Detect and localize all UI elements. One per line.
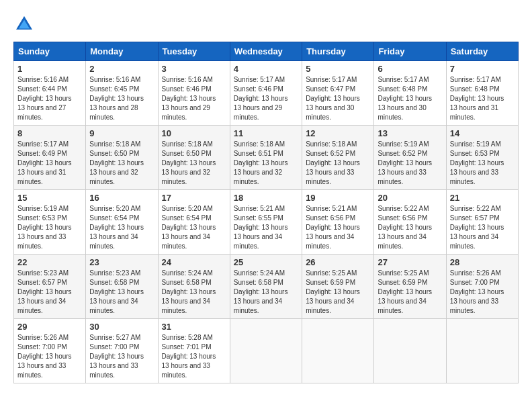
day-info: Sunrise: 5:28 AMSunset: 7:01 PMDaylight:… (162, 333, 226, 380)
calendar-cell: 6Sunrise: 5:17 AMSunset: 6:48 PMDaylight… (374, 61, 446, 126)
day-info: Sunrise: 5:22 AMSunset: 6:56 PMDaylight:… (378, 204, 442, 251)
calendar-cell: 17Sunrise: 5:20 AMSunset: 6:54 PMDayligh… (158, 190, 230, 255)
day-info: Sunrise: 5:25 AMSunset: 6:59 PMDaylight:… (378, 269, 442, 316)
calendar-cell: 30Sunrise: 5:27 AMSunset: 7:00 PMDayligh… (86, 319, 158, 383)
calendar-header-friday: Friday (374, 42, 446, 61)
day-number: 21 (450, 193, 515, 203)
day-info: Sunrise: 5:19 AMSunset: 6:53 PMDaylight:… (17, 204, 82, 251)
page-header (13, 13, 519, 35)
calendar-week-5: 29Sunrise: 5:26 AMSunset: 7:00 PMDayligh… (14, 319, 519, 383)
calendar-cell: 19Sunrise: 5:21 AMSunset: 6:56 PMDayligh… (302, 190, 374, 255)
day-info: Sunrise: 5:17 AMSunset: 6:46 PMDaylight:… (234, 75, 298, 122)
day-info: Sunrise: 5:24 AMSunset: 6:58 PMDaylight:… (234, 269, 298, 316)
day-info: Sunrise: 5:17 AMSunset: 6:47 PMDaylight:… (306, 75, 370, 122)
day-number: 3 (162, 64, 226, 74)
calendar-cell (446, 319, 518, 383)
calendar-cell: 1Sunrise: 5:16 AMSunset: 6:44 PMDaylight… (14, 61, 86, 126)
calendar-cell (230, 319, 302, 383)
calendar-header-saturday: Saturday (446, 42, 518, 61)
day-number: 2 (89, 64, 154, 74)
day-number: 14 (450, 128, 515, 138)
day-info: Sunrise: 5:18 AMSunset: 6:50 PMDaylight:… (162, 140, 226, 187)
day-number: 26 (306, 257, 370, 267)
calendar-cell: 5Sunrise: 5:17 AMSunset: 6:47 PMDaylight… (302, 61, 374, 126)
calendar-cell: 18Sunrise: 5:21 AMSunset: 6:55 PMDayligh… (230, 190, 302, 255)
calendar-header-thursday: Thursday (302, 42, 374, 61)
day-number: 13 (378, 128, 442, 138)
calendar-cell: 11Sunrise: 5:18 AMSunset: 6:51 PMDayligh… (230, 126, 302, 190)
day-number: 12 (306, 128, 370, 138)
day-number: 10 (162, 128, 226, 138)
day-info: Sunrise: 5:17 AMSunset: 6:49 PMDaylight:… (17, 140, 82, 187)
day-info: Sunrise: 5:26 AMSunset: 7:00 PMDaylight:… (450, 269, 515, 316)
logo (13, 13, 38, 35)
calendar-cell (302, 319, 374, 383)
calendar-cell: 13Sunrise: 5:19 AMSunset: 6:52 PMDayligh… (374, 126, 446, 190)
day-info: Sunrise: 5:20 AMSunset: 6:54 PMDaylight:… (162, 204, 226, 251)
calendar-header-tuesday: Tuesday (158, 42, 230, 61)
logo-icon (13, 13, 35, 35)
calendar-cell: 21Sunrise: 5:22 AMSunset: 6:57 PMDayligh… (446, 190, 518, 255)
day-number: 27 (378, 257, 442, 267)
day-info: Sunrise: 5:17 AMSunset: 6:48 PMDaylight:… (378, 75, 442, 122)
day-number: 28 (450, 257, 515, 267)
day-info: Sunrise: 5:26 AMSunset: 7:00 PMDaylight:… (17, 333, 82, 380)
day-info: Sunrise: 5:21 AMSunset: 6:56 PMDaylight:… (306, 204, 370, 251)
calendar-cell: 15Sunrise: 5:19 AMSunset: 6:53 PMDayligh… (14, 190, 86, 255)
day-info: Sunrise: 5:17 AMSunset: 6:48 PMDaylight:… (450, 75, 515, 122)
calendar-cell: 10Sunrise: 5:18 AMSunset: 6:50 PMDayligh… (158, 126, 230, 190)
day-info: Sunrise: 5:20 AMSunset: 6:54 PMDaylight:… (89, 204, 154, 251)
calendar-header-monday: Monday (86, 42, 158, 61)
calendar-cell: 28Sunrise: 5:26 AMSunset: 7:00 PMDayligh… (446, 255, 518, 319)
calendar-cell: 2Sunrise: 5:16 AMSunset: 6:45 PMDaylight… (86, 61, 158, 126)
day-number: 5 (306, 64, 370, 74)
calendar-week-4: 22Sunrise: 5:23 AMSunset: 6:57 PMDayligh… (14, 255, 519, 319)
day-number: 7 (450, 64, 515, 74)
day-info: Sunrise: 5:23 AMSunset: 6:58 PMDaylight:… (89, 269, 154, 316)
day-number: 1 (17, 64, 82, 74)
day-number: 6 (378, 64, 442, 74)
calendar-cell: 7Sunrise: 5:17 AMSunset: 6:48 PMDaylight… (446, 61, 518, 126)
day-number: 11 (234, 128, 298, 138)
day-number: 17 (162, 193, 226, 203)
calendar-cell: 24Sunrise: 5:24 AMSunset: 6:58 PMDayligh… (158, 255, 230, 319)
day-info: Sunrise: 5:18 AMSunset: 6:50 PMDaylight:… (89, 140, 154, 187)
day-number: 16 (89, 193, 154, 203)
day-info: Sunrise: 5:27 AMSunset: 7:00 PMDaylight:… (89, 333, 154, 380)
day-number: 8 (17, 128, 82, 138)
calendar-week-1: 1Sunrise: 5:16 AMSunset: 6:44 PMDaylight… (14, 61, 519, 126)
day-info: Sunrise: 5:18 AMSunset: 6:51 PMDaylight:… (234, 140, 298, 187)
calendar-cell: 9Sunrise: 5:18 AMSunset: 6:50 PMDaylight… (86, 126, 158, 190)
calendar-week-2: 8Sunrise: 5:17 AMSunset: 6:49 PMDaylight… (14, 126, 519, 190)
day-number: 9 (89, 128, 154, 138)
calendar-cell: 8Sunrise: 5:17 AMSunset: 6:49 PMDaylight… (14, 126, 86, 190)
day-info: Sunrise: 5:21 AMSunset: 6:55 PMDaylight:… (234, 204, 298, 251)
day-info: Sunrise: 5:19 AMSunset: 6:53 PMDaylight:… (450, 140, 515, 187)
calendar-cell: 25Sunrise: 5:24 AMSunset: 6:58 PMDayligh… (230, 255, 302, 319)
calendar-header-sunday: Sunday (14, 42, 86, 61)
calendar-cell (374, 319, 446, 383)
day-info: Sunrise: 5:22 AMSunset: 6:57 PMDaylight:… (450, 204, 515, 251)
calendar-cell: 29Sunrise: 5:26 AMSunset: 7:00 PMDayligh… (14, 319, 86, 383)
calendar-table: SundayMondayTuesdayWednesdayThursdayFrid… (13, 42, 519, 383)
day-number: 20 (378, 193, 442, 203)
day-info: Sunrise: 5:25 AMSunset: 6:59 PMDaylight:… (306, 269, 370, 316)
calendar-cell: 26Sunrise: 5:25 AMSunset: 6:59 PMDayligh… (302, 255, 374, 319)
calendar-cell: 14Sunrise: 5:19 AMSunset: 6:53 PMDayligh… (446, 126, 518, 190)
calendar-header-row: SundayMondayTuesdayWednesdayThursdayFrid… (14, 42, 519, 61)
day-number: 22 (17, 257, 82, 267)
calendar-cell: 12Sunrise: 5:18 AMSunset: 6:52 PMDayligh… (302, 126, 374, 190)
day-number: 4 (234, 64, 298, 74)
calendar-cell: 27Sunrise: 5:25 AMSunset: 6:59 PMDayligh… (374, 255, 446, 319)
calendar-cell: 4Sunrise: 5:17 AMSunset: 6:46 PMDaylight… (230, 61, 302, 126)
calendar-cell: 3Sunrise: 5:16 AMSunset: 6:46 PMDaylight… (158, 61, 230, 126)
calendar-week-3: 15Sunrise: 5:19 AMSunset: 6:53 PMDayligh… (14, 190, 519, 255)
calendar-cell: 16Sunrise: 5:20 AMSunset: 6:54 PMDayligh… (86, 190, 158, 255)
day-info: Sunrise: 5:24 AMSunset: 6:58 PMDaylight:… (162, 269, 226, 316)
calendar-cell: 20Sunrise: 5:22 AMSunset: 6:56 PMDayligh… (374, 190, 446, 255)
day-info: Sunrise: 5:23 AMSunset: 6:57 PMDaylight:… (17, 269, 82, 316)
day-number: 30 (89, 322, 154, 332)
day-number: 24 (162, 257, 226, 267)
day-info: Sunrise: 5:16 AMSunset: 6:44 PMDaylight:… (17, 75, 82, 122)
day-number: 15 (17, 193, 82, 203)
